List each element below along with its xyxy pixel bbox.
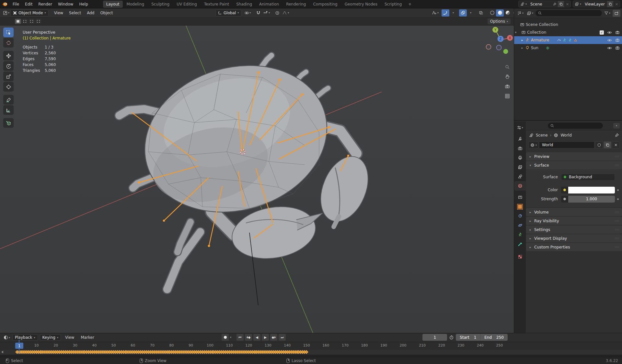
render-camera-icon[interactable] <box>615 38 620 42</box>
prev-keyframe-button[interactable]: ⏴◆ <box>245 334 252 341</box>
gizmos-dropdown[interactable]: ▾ <box>449 9 457 17</box>
panel-custom-properties-header[interactable]: ▸Custom Properties∷∷ <box>526 243 622 251</box>
shading-solid-button[interactable] <box>496 9 504 17</box>
pivot-point-dropdown[interactable]: ▾ <box>243 9 252 17</box>
viewlayer-name-field[interactable]: ViewLayer <box>583 2 607 6</box>
breadcrumb-scene[interactable]: Scene <box>536 133 548 138</box>
expand-arrow-icon[interactable]: ▸ <box>521 39 524 42</box>
workspace-tab-animation[interactable]: Animation <box>256 1 282 8</box>
select-mode-set-button[interactable] <box>15 19 21 24</box>
editor-type-button[interactable]: ▾ <box>2 9 10 17</box>
outliner-search-input[interactable] <box>536 10 602 16</box>
snap-toggle[interactable] <box>254 9 262 17</box>
workspace-tab-uv-editing[interactable]: UV Editing <box>173 1 200 8</box>
viewport-menu-object[interactable]: Object <box>97 9 116 17</box>
render-camera-icon[interactable] <box>615 46 620 50</box>
panel-viewport-display-header[interactable]: ▸Viewport Display∷∷ <box>526 234 622 242</box>
outliner-filter-mode-dropdown[interactable]: ▾ <box>526 10 534 17</box>
collection-checkbox[interactable]: ✓ <box>600 30 604 35</box>
proportional-falloff-dropdown[interactable]: ▾ <box>281 9 290 17</box>
outliner-row-scene-collection[interactable]: Scene Collection <box>514 21 622 28</box>
strength-socket-cell[interactable] <box>561 196 568 203</box>
tool-annotate[interactable] <box>3 95 14 105</box>
panel-volume-header[interactable]: ▸Volume∷∷ <box>526 208 622 216</box>
snap-settings-dropdown[interactable]: ▾ <box>262 9 271 17</box>
outliner-filter-button[interactable]: ▾ <box>603 10 611 17</box>
expand-arrow-icon[interactable]: ▾ <box>514 31 517 34</box>
playback-menu[interactable]: Playback▾ <box>12 334 38 341</box>
jump-to-end-button[interactable]: ⏭ <box>279 334 286 341</box>
tool-transform[interactable] <box>3 82 14 92</box>
select-mode-extend-button[interactable] <box>22 19 28 24</box>
panel-settings-header[interactable]: ▸Settings∷∷ <box>526 226 622 234</box>
jump-to-start-button[interactable]: ⏮ <box>236 334 244 341</box>
viewport-menu-select[interactable]: Select <box>66 9 84 17</box>
viewport-menu-add[interactable]: Add <box>84 9 97 17</box>
workspace-tab-texture-paint[interactable]: Texture Paint <box>201 1 232 8</box>
overlays-toggle[interactable] <box>459 9 467 17</box>
transform-orientation-dropdown[interactable]: Global ▾ <box>215 9 241 17</box>
surface-shader-dropdown[interactable]: Background <box>561 174 615 181</box>
menu-help[interactable]: Help <box>76 1 91 8</box>
menu-file[interactable]: File <box>10 1 22 8</box>
auto-key-dropdown[interactable]: ▾ <box>230 336 231 339</box>
hide-eye-icon[interactable] <box>607 30 612 35</box>
tool-move[interactable] <box>3 51 14 61</box>
scene-name-field[interactable]: Scene <box>528 2 551 6</box>
hide-eye-icon[interactable] <box>607 46 612 50</box>
tab-object[interactable] <box>514 202 526 211</box>
tab-collection[interactable] <box>514 193 526 202</box>
playhead[interactable]: 1 <box>15 343 23 349</box>
tab-object-data[interactable] <box>514 230 526 239</box>
keyframe-diamond[interactable] <box>305 350 308 354</box>
play-button[interactable]: ▶ <box>262 334 269 341</box>
expand-arrow-icon[interactable]: ▸ <box>521 46 524 50</box>
select-mode-invert-button[interactable] <box>35 19 41 24</box>
menu-edit[interactable]: Edit <box>22 1 35 8</box>
panel-surface-header[interactable]: ▾Surface∷∷ <box>526 161 622 169</box>
unlink-world-button[interactable]: × <box>612 141 620 149</box>
viewlayer-new-copy-button[interactable] <box>607 1 613 7</box>
end-frame-field[interactable]: End 250 <box>480 334 508 341</box>
tab-view-layer[interactable] <box>514 162 526 172</box>
tool-select-box[interactable] <box>3 28 14 37</box>
toggle-ortho-button[interactable] <box>505 94 510 99</box>
tab-bone[interactable] <box>514 239 526 249</box>
tab-constraints[interactable] <box>514 211 526 221</box>
outliner-display-mode-dropdown[interactable]: ▾ <box>516 10 524 17</box>
zoom-button[interactable] <box>505 64 510 70</box>
tab-render[interactable] <box>514 144 526 153</box>
auto-key-button[interactable] <box>222 334 229 341</box>
viewlayer-browse-button[interactable]: ▾ <box>573 1 583 7</box>
timeline-editor-type-dropdown[interactable]: ▾ <box>3 334 11 341</box>
tab-tool[interactable] <box>514 134 526 144</box>
mode-dropdown[interactable]: Object Mode ▾ <box>10 9 49 17</box>
outliner-row-armature[interactable]: ▸ Armature <box>514 36 622 44</box>
tool-cursor[interactable] <box>3 38 14 48</box>
properties-editor-type-dropdown[interactable]: ▾ <box>514 123 526 132</box>
viewport-3d[interactable]: Y Z X User Perspective (1) Collection | … <box>0 26 514 333</box>
overlays-dropdown[interactable]: ▾ <box>467 9 475 17</box>
hide-eye-icon[interactable] <box>607 38 612 43</box>
workspace-tab-geometry-nodes[interactable]: Geometry Nodes <box>341 1 381 8</box>
workspace-tab-shading[interactable]: Shading <box>233 1 255 8</box>
viewport-menu-view[interactable]: View <box>51 9 66 17</box>
workspace-tab-sculpting[interactable]: Sculpting <box>148 1 173 8</box>
scene-new-copy-button[interactable] <box>558 1 564 7</box>
panel-preview-header[interactable]: ▸Preview∷∷ <box>526 152 622 160</box>
breadcrumb-world[interactable]: World <box>560 133 571 138</box>
timeline-menu-marker[interactable]: Marker <box>78 334 97 341</box>
next-keyframe-button[interactable]: ◆⏵ <box>270 334 277 341</box>
pin-id-button[interactable] <box>615 133 619 138</box>
drag-grip-icon[interactable]: ∷∷ <box>615 219 619 223</box>
outliner-row-sun[interactable]: ▸ Sun <box>514 44 622 52</box>
camera-view-button[interactable] <box>505 84 510 89</box>
menu-render[interactable]: Render <box>35 1 55 8</box>
select-mode-subtract-button[interactable] <box>29 19 35 24</box>
browse-world-button[interactable]: ▾ <box>528 141 539 149</box>
scene-pin-button[interactable] <box>551 1 558 7</box>
tab-texture[interactable] <box>514 252 526 261</box>
show-gizmo-dropdown[interactable]: ▾ <box>431 9 440 17</box>
properties-search-input[interactable] <box>548 123 603 129</box>
color-socket-cell[interactable] <box>561 187 568 193</box>
